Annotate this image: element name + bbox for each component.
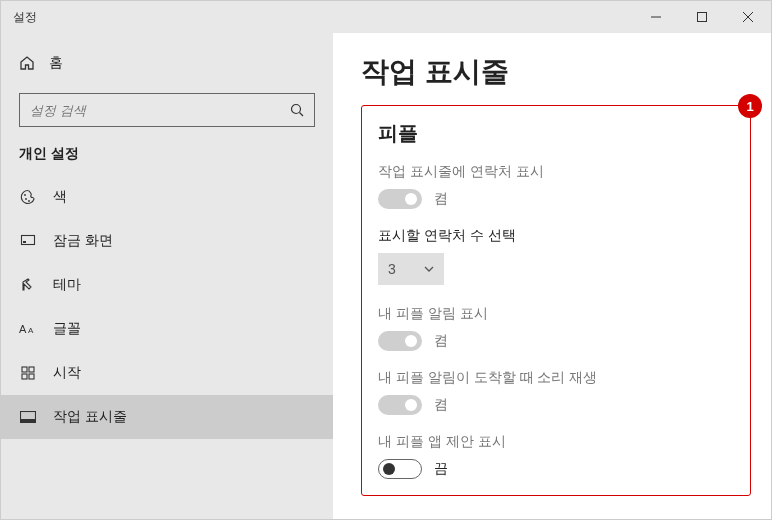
home-icon	[19, 55, 35, 71]
svg-point-4	[292, 105, 301, 114]
svg-rect-14	[29, 367, 34, 372]
sidebar-item-start[interactable]: 시작	[1, 351, 333, 395]
sidebar-item-label: 잠금 화면	[53, 232, 113, 250]
sound-state: 켬	[434, 396, 448, 414]
svg-line-5	[300, 113, 304, 117]
sidebar-item-taskbar[interactable]: 작업 표시줄	[1, 395, 333, 439]
contact-count-value: 3	[388, 261, 396, 277]
start-icon	[19, 364, 37, 382]
svg-rect-9	[22, 236, 35, 245]
chevron-down-icon	[424, 266, 434, 272]
sidebar-item-label: 글꼴	[53, 320, 81, 338]
notif-label: 내 피플 알림 표시	[378, 305, 734, 323]
sound-toggle[interactable]	[378, 395, 422, 415]
sidebar-item-fonts[interactable]: AA 글꼴	[1, 307, 333, 351]
minimize-button[interactable]	[633, 1, 679, 33]
font-icon: AA	[19, 320, 37, 338]
suggest-toggle[interactable]	[378, 459, 422, 479]
svg-rect-16	[29, 374, 34, 379]
svg-rect-13	[22, 367, 27, 372]
sidebar-home[interactable]: 홈	[19, 43, 315, 83]
contact-count-label: 표시할 연락처 수 선택	[378, 227, 734, 245]
svg-rect-18	[21, 419, 36, 423]
maximize-button[interactable]	[679, 1, 725, 33]
search-icon	[290, 103, 304, 117]
notif-toggle[interactable]	[378, 331, 422, 351]
show-contacts-state: 켬	[434, 190, 448, 208]
annotation-badge: 1	[738, 94, 762, 118]
sidebar-item-colors[interactable]: 색	[1, 175, 333, 219]
svg-rect-10	[23, 241, 26, 243]
show-contacts-toggle[interactable]	[378, 189, 422, 209]
sidebar-item-lockscreen[interactable]: 잠금 화면	[1, 219, 333, 263]
search-field[interactable]	[30, 103, 290, 118]
people-heading: 피플	[378, 120, 734, 147]
svg-rect-15	[22, 374, 27, 379]
svg-point-8	[28, 200, 30, 202]
search-input[interactable]	[19, 93, 315, 127]
show-contacts-label: 작업 표시줄에 연락처 표시	[378, 163, 734, 181]
theme-icon	[19, 276, 37, 294]
palette-icon	[19, 188, 37, 206]
sidebar-item-label: 색	[53, 188, 67, 206]
suggest-label: 내 피플 앱 제안 표시	[378, 433, 734, 451]
sidebar-item-label: 테마	[53, 276, 81, 294]
sidebar-item-label: 시작	[53, 364, 81, 382]
sidebar-section-title: 개인 설정	[19, 145, 315, 163]
svg-point-7	[25, 198, 27, 200]
close-button[interactable]	[725, 1, 771, 33]
svg-text:A: A	[28, 326, 34, 335]
taskbar-icon	[19, 408, 37, 426]
svg-point-6	[24, 194, 26, 196]
contact-count-dropdown[interactable]: 3	[378, 253, 444, 285]
lockscreen-icon	[19, 232, 37, 250]
window-title: 설정	[1, 9, 37, 26]
sidebar-home-label: 홈	[49, 54, 63, 72]
people-section-highlight: 1 피플 작업 표시줄에 연락처 표시 켬 표시할 연락처 수 선택 3 내 피…	[361, 105, 751, 496]
page-title: 작업 표시줄	[361, 53, 743, 91]
suggest-state: 끔	[434, 460, 448, 478]
sidebar-item-label: 작업 표시줄	[53, 408, 127, 426]
sound-label: 내 피플 알림이 도착할 때 소리 재생	[378, 369, 734, 387]
notif-state: 켬	[434, 332, 448, 350]
svg-text:A: A	[19, 323, 27, 335]
sidebar-item-themes[interactable]: 테마	[1, 263, 333, 307]
svg-rect-1	[698, 13, 707, 22]
